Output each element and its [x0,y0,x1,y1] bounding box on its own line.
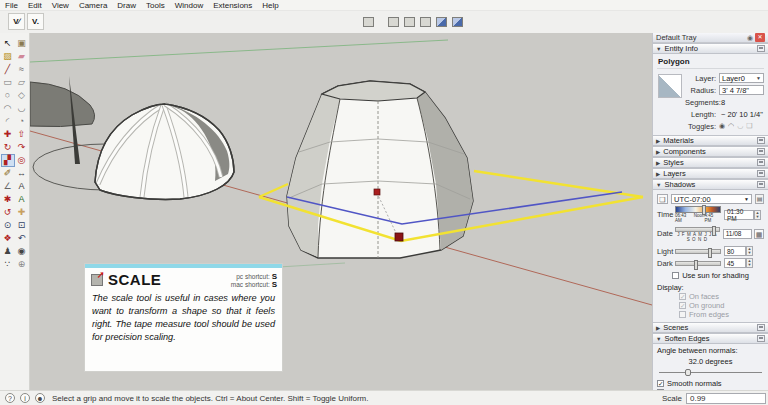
text-tool[interactable]: A [15,180,29,193]
menu-item-window[interactable]: Window [170,1,208,10]
layer-select[interactable]: Layer0▼ [719,73,764,83]
menu-item-tools[interactable]: Tools [141,1,170,10]
menu-item-camera[interactable]: Camera [74,1,112,10]
protractor-tool[interactable]: ∠ [1,180,15,193]
offset-tool[interactable]: ◎ [15,154,29,167]
model-viewport[interactable]: △ SCALE pc shortcut: S mac shortcut: S T… [30,33,652,390]
position-camera-tool[interactable]: ♟ [1,245,15,258]
make-component-tool[interactable]: ▣ [15,37,29,50]
circle-tool[interactable]: ○ [1,89,15,102]
follow-me-tool[interactable]: ↷ [15,141,29,154]
menu-item-edit[interactable]: Edit [23,1,47,10]
date-slider[interactable] [675,227,720,232]
on-faces-checkbox[interactable] [679,293,686,300]
light-spinner[interactable]: ▲▼ [746,246,753,256]
geolocation-icon[interactable]: ☻ [35,393,45,403]
line-tool[interactable]: ╱ [1,63,15,76]
window-shade-icon[interactable] [757,137,765,144]
time-value-input[interactable]: 01:30 PM [724,210,754,220]
menu-item-help[interactable]: Help [257,1,283,10]
section-soften-edges[interactable]: ▼ Soften Edges [653,333,768,344]
select-tool[interactable]: ↖ [1,37,15,50]
window-shade-icon[interactable] [757,45,765,52]
window-shade-icon[interactable] [757,170,765,177]
rotate-tool[interactable]: ↻ [1,141,15,154]
section-fill-icon[interactable] [420,17,431,27]
use-sun-checkbox[interactable] [672,272,679,279]
plugin-vz-icon[interactable]: V∕ [8,13,25,30]
eraser-tool[interactable]: ▰ [15,50,29,63]
window-shade-icon[interactable] [757,181,765,188]
angle-slider[interactable] [659,368,762,377]
close-icon[interactable]: ✕ [755,33,765,42]
section-layers[interactable]: ▶ Layers [653,168,768,179]
window-shade-icon[interactable] [757,324,765,331]
rectangle-tool[interactable]: ▭ [1,76,15,89]
section-shadows[interactable]: ▼ Shadows [653,179,768,190]
zoom-tool[interactable]: ⊙ [1,219,15,232]
section-components[interactable]: ▶ Components [653,146,768,157]
orbit-tool[interactable]: ↺ [1,206,15,219]
toggle-soft-icon[interactable]: ◡ [737,122,743,130]
info-icon[interactable]: i [20,393,30,403]
look-around-tool[interactable]: ◉ [15,245,29,258]
menu-item-draw[interactable]: Draw [112,1,141,10]
polygon-tool[interactable]: ◇ [15,89,29,102]
tray-title-bar[interactable]: Default Tray ◉ ✕ [653,33,768,43]
section-display-icon[interactable] [388,17,399,27]
three-point-arc-tool[interactable]: ◜ [1,115,15,128]
time-spinner[interactable]: ▲▼ [754,210,761,220]
window-shade-icon[interactable] [757,148,765,155]
section-scenes[interactable]: ▶ Scenes [653,322,768,333]
section-entity-info[interactable]: ▼ Entity Info [653,43,768,54]
dark-spinner[interactable]: ▲▼ [746,258,753,268]
tape-measure-tool[interactable]: ✐ [1,167,15,180]
style-xray-icon[interactable] [436,17,447,27]
move-tool[interactable]: ✚ [1,128,15,141]
pie-tool[interactable]: ◔ [15,115,29,128]
help-icon[interactable]: ? [5,393,15,403]
push-pull-tool[interactable]: ⇧ [15,128,29,141]
window-shade-icon[interactable] [757,159,765,166]
style-backedges-icon[interactable] [452,17,463,27]
radius-input[interactable]: 3' 4 7/8" [719,85,764,95]
scale-active-grip[interactable] [395,233,403,241]
plugin-vz-export-icon[interactable]: V. [27,13,44,30]
section-styles[interactable]: ▶ Styles [653,157,768,168]
shadow-toggle-icon[interactable]: ❏ [657,194,668,204]
paint-bucket-tool[interactable]: ▨ [1,50,15,63]
menu-item-view[interactable]: View [47,1,74,10]
shadow-details-icon[interactable]: ▤ [755,194,764,204]
calendar-icon[interactable]: ▦ [754,229,764,239]
measurement-input[interactable]: 0.99 [686,393,766,404]
scale-tool[interactable]: ▞ [1,154,15,167]
toggle-cast-shadows-icon[interactable]: ❏ [746,122,752,130]
from-edges-checkbox[interactable] [679,311,686,318]
scale-center-grip[interactable] [374,189,380,195]
menu-item-extensions[interactable]: Extensions [208,1,257,10]
pin-icon[interactable]: ◉ [747,34,753,42]
axes-tool[interactable]: ✱ [1,193,15,206]
date-value-input[interactable]: 11/08 [723,229,753,239]
dark-value-input[interactable]: 45 [724,258,746,268]
toggle-hidden-icon[interactable]: ◉ [719,122,725,130]
on-ground-checkbox[interactable] [679,302,686,309]
dimension-tool[interactable]: ↔ [15,167,29,180]
section-cut-icon[interactable] [404,17,415,27]
dark-slider[interactable] [675,261,721,266]
arc-tool[interactable]: ◠ [1,102,15,115]
menu-item-file[interactable]: File [0,1,23,10]
ribbed-dome-object[interactable] [95,104,234,199]
two-point-arc-tool[interactable]: ◡ [15,102,29,115]
rotated-rectangle-tool[interactable]: ▱ [15,76,29,89]
walk-tool[interactable]: ∵ [1,258,15,271]
previous-view-tool[interactable]: ↶ [15,232,29,245]
section-materials[interactable]: ▶ Materials [653,135,768,146]
section-plane-tool[interactable]: ⊕ [15,258,29,271]
section-plane-icon[interactable] [363,17,374,27]
pan-tool[interactable]: ✚ [15,206,29,219]
3d-text-tool[interactable]: A [15,193,29,206]
clipped-dome-object[interactable] [30,82,95,127]
zoom-window-tool[interactable]: ⊡ [15,219,29,232]
zoom-extents-tool[interactable]: ❖ [1,232,15,245]
